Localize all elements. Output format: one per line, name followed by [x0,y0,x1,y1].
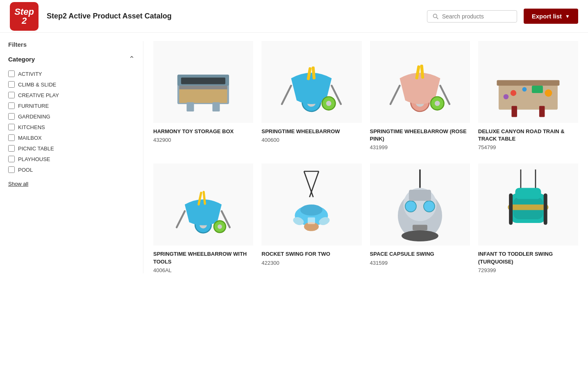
product-name: INFANT TO TODDLER SWING (TURQUOISE) [478,250,578,265]
svg-rect-59 [413,225,427,231]
category-item-label: CLIMB & SLIDE [18,82,56,88]
category-item-label: KITCHENS [18,124,45,130]
category-checkbox-climb-slide[interactable] [8,81,15,88]
svg-rect-68 [544,193,547,225]
product-sku: 432900 [153,137,253,143]
category-item-label: ACTIVITY [18,71,42,77]
product-image [153,164,253,245]
category-checkbox-kitchens[interactable] [8,124,15,130]
category-item-climb-slide[interactable]: CLIMB & SLIDE [8,79,135,90]
category-item-mailbox[interactable]: MAILBOX [8,132,135,143]
product-sku: 400600 [261,137,361,143]
product-sku: 729399 [478,267,578,273]
svg-rect-65 [508,205,548,210]
svg-rect-28 [497,80,559,86]
svg-rect-67 [509,193,513,225]
product-image [370,41,470,123]
product-name: SPRINGTIME WHEELBARROW WITH TOOLS [153,250,253,265]
svg-point-32 [522,87,527,92]
category-checkbox-mailbox[interactable] [8,134,15,141]
product-image [261,164,361,245]
product-card[interactable]: INFANT TO TODDLER SWING (TURQUOISE)72939… [478,164,578,273]
category-header: Category ⌃ [8,55,135,64]
product-sku: 4006AL [153,267,253,273]
svg-rect-33 [532,86,543,93]
export-button[interactable]: Export list ▼ [524,9,578,24]
search-input[interactable] [442,13,512,20]
logo[interactable]: Step2 [10,2,39,31]
category-item-label: PICNIC TABLE [18,145,54,152]
svg-rect-66 [515,188,541,199]
svg-rect-7 [213,102,220,112]
svg-point-0 [433,14,437,18]
svg-point-60 [402,230,438,241]
product-name: HARMONY TOY STORAGE BOX [153,128,253,135]
category-item-gardening[interactable]: GARDENING [8,111,135,122]
product-image [370,164,470,245]
category-item-playhouse[interactable]: PLAYHOUSE [8,154,135,164]
product-card[interactable]: ROCKET SWING FOR TWO422300 [261,164,361,273]
category-toggle-button[interactable]: ⌃ [129,55,135,64]
product-image [153,41,253,123]
product-name: DELUXE CANYON ROAD TRAIN & TRACK TABLE [478,128,578,143]
product-card[interactable]: DELUXE CANYON ROAD TRAIN & TRACK TABLE75… [478,41,578,150]
category-item-creative-play[interactable]: CREATIVE PLAY [8,90,135,100]
svg-rect-5 [179,86,227,89]
product-name: ROCKET SWING FOR TWO [261,250,361,258]
export-label: Export list [532,13,562,20]
svg-rect-29 [511,106,517,117]
category-checkbox-activity[interactable] [8,70,15,77]
main-layout: Filters Category ⌃ ACTIVITYCLIMB & SLIDE… [0,33,588,282]
product-sku: 754799 [478,144,578,150]
category-item-picnic-table[interactable]: PICNIC TABLE [8,143,135,154]
svg-point-56 [405,201,416,212]
category-item-label: CREATIVE PLAY [18,92,59,98]
category-checkbox-picnic-table[interactable] [8,145,15,152]
svg-line-1 [436,17,438,19]
svg-rect-4 [179,88,227,103]
product-card[interactable]: HARMONY TOY STORAGE BOX432900 [153,41,253,150]
svg-line-23 [390,86,400,104]
category-checkbox-furniture[interactable] [8,102,15,109]
category-item-activity[interactable]: ACTIVITY [8,68,135,79]
product-name: SPRINGTIME WHEELBARROW (ROSE PINK) [370,128,470,143]
search-icon [432,13,439,20]
product-image [261,41,361,123]
category-item-pool[interactable]: POOL [8,164,135,175]
svg-point-26 [435,101,440,106]
product-area: HARMONY TOY STORAGE BOX432900 SPRINGTIME… [143,41,588,273]
product-card[interactable]: SPRINGTIME WHEELBARROW (ROSE PINK)431999 [370,41,470,150]
category-item-kitchens[interactable]: KITCHENS [8,122,135,132]
product-name: SPACE CAPSULE SWING [370,250,470,258]
svg-line-40 [177,211,185,228]
svg-rect-58 [409,190,431,201]
filters-title: Filters [8,41,135,48]
category-checkbox-pool[interactable] [8,166,15,173]
logo-text: Step2 [14,7,34,25]
product-name: SPRINGTIME WHEELBARROW [261,128,361,135]
search-box[interactable] [427,10,517,23]
svg-point-43 [218,225,222,229]
product-grid: HARMONY TOY STORAGE BOX432900 SPRINGTIME… [153,41,578,273]
product-card[interactable]: SPRINGTIME WHEELBARROW400600 [261,41,361,150]
category-label: Category [8,56,35,63]
category-checkbox-playhouse[interactable] [8,156,15,162]
product-card[interactable]: SPACE CAPSULE SWING431599 [370,164,470,273]
product-sku: 431599 [370,260,470,266]
category-item-furniture[interactable]: FURNITURE [8,100,135,111]
page-title: Step2 Active Product Asset Catalog [47,12,427,20]
category-item-label: FURNITURE [18,103,49,109]
svg-rect-30 [539,106,545,117]
chevron-down-icon: ▼ [565,14,570,19]
category-checkbox-creative-play[interactable] [8,92,15,98]
category-item-label: PLAYHOUSE [18,156,50,162]
sidebar: Filters Category ⌃ ACTIVITYCLIMB & SLIDE… [0,41,143,273]
show-all-button[interactable]: Show all [8,181,28,187]
svg-point-31 [511,90,516,96]
svg-line-14 [282,86,291,104]
product-sku: 431999 [370,144,470,150]
category-checkbox-gardening[interactable] [8,113,15,120]
svg-point-57 [424,201,435,212]
product-image [478,41,578,123]
product-card[interactable]: SPRINGTIME WHEELBARROW WITH TOOLS4006AL [153,164,253,273]
